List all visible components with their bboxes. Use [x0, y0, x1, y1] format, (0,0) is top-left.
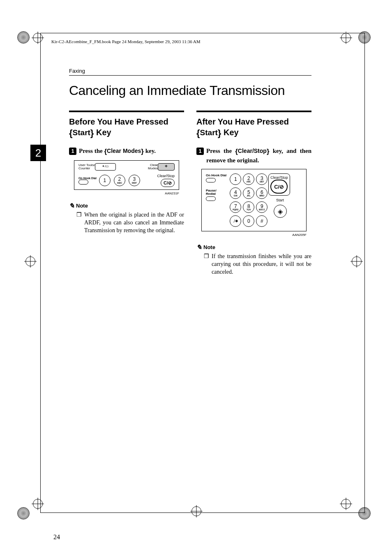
page-content: Faxing Canceling an Immediate Transmissi… [69, 68, 311, 276]
key-9: 9WXYZ [256, 201, 267, 213]
page-number: 24 [53, 533, 60, 541]
heading-text: Key [94, 128, 111, 137]
key-4: 4GHI [230, 187, 241, 199]
note-label: Note [203, 244, 215, 250]
key-8: 8TUV [243, 201, 254, 213]
bracket-open-icon: { [69, 128, 73, 138]
section-header: Faxing [69, 68, 311, 76]
step-1: 1 Press the {Clear Modes} key. [69, 147, 184, 157]
control-panel-illustration-1: User Tools/ Counter ✦/▭ Clear Modes ✥ On… [74, 160, 179, 190]
crop-target-ml [25, 256, 42, 273]
start-button-icon: ◈ [274, 205, 287, 218]
bullet-icon: ❒ [76, 211, 82, 235]
pause-redial-button-icon [206, 196, 216, 201]
note-text: If the transmission finishes while you a… [212, 253, 311, 276]
bracket-open-icon: { [196, 128, 200, 138]
start-key: Start [200, 128, 218, 137]
page-title: Canceling an Immediate Transmission [69, 83, 311, 98]
key-2: 2ABC [243, 173, 254, 185]
on-hook-dial-label: On Hook Dial [78, 177, 97, 180]
clear-stop-key: Clear/Stop [238, 148, 267, 154]
on-hook-dial-label: On Hook Dial [206, 173, 226, 177]
key-1: 1 [99, 175, 111, 186]
heading-text: Before You Have Pressed [69, 117, 168, 126]
heading-text: After You Have Pressed [196, 117, 289, 126]
right-column: After You Have Pressed {Start} Key 1 Pre… [196, 111, 311, 276]
left-column: Before You Have Pressed {Start} Key 1 Pr… [69, 111, 184, 276]
key-5: 5JKL [243, 187, 254, 199]
crop-circle-icon [17, 31, 30, 44]
note-heading: ✎ Note [196, 243, 311, 251]
note-label: Note [76, 203, 88, 209]
note-text: When the original is placed in the ADF o… [84, 211, 184, 235]
user-tools-button-icon: ✦/▭ [95, 163, 116, 171]
chapter-tab: 2 [30, 145, 46, 161]
control-panel-illustration-2: On Hook Dial Pause/ Redial 1 2ABC 3DEF 4… [201, 169, 307, 231]
note-body: ❒ If the transmission finishes while you… [196, 253, 311, 276]
bracket-close-icon: } [267, 148, 270, 155]
bracket-open-icon: { [235, 148, 238, 155]
book-header-info: Kir-C2-AEcombine_F_FM.book Page 24 Monda… [51, 39, 201, 44]
numeric-keys: 1 2ABC 3DEF [99, 175, 140, 186]
illustration-code: AAN205F [196, 233, 307, 237]
note-body: ❒ When the original is placed in the ADF… [69, 211, 184, 235]
left-heading: Before You Have Pressed {Start} Key [69, 116, 184, 139]
key-3: 3DEF [256, 173, 267, 185]
pause-redial-label: Pause/ Redial [206, 189, 226, 196]
key-2: 2ABC [114, 175, 125, 186]
key-1: 1 [230, 173, 241, 185]
clear-modes-key: Clear Modes [107, 148, 141, 154]
illustration-code: AAN231F [69, 192, 179, 195]
rule [69, 111, 184, 112]
on-hook-button-icon [206, 178, 216, 182]
bracket-close-icon: } [141, 148, 144, 155]
clear-modes-button-icon: ✥ [158, 163, 175, 171]
step-number-icon: 1 [196, 148, 204, 155]
note-heading: ✎ Note [69, 202, 184, 210]
crop-circle-icon [17, 507, 30, 519]
user-tools-label: User Tools/ Counter [78, 164, 95, 170]
key-6: 6MNO [256, 187, 267, 199]
right-heading: After You Have Pressed {Start} Key [196, 116, 311, 139]
step-text: Press the {Clear/Stop} key, and then rem… [206, 147, 311, 165]
step-text: Press the {Clear Modes} key. [79, 147, 184, 157]
key-hash: # [256, 215, 267, 227]
numeric-keypad: 1 2ABC 3DEF 4GHI 5JKL 6MNO 7PQRS 8TUV 9W… [230, 173, 267, 227]
clear-stop-button-icon: C/⊘ [161, 179, 175, 187]
start-label: Start [276, 198, 284, 202]
key-0: 0 [243, 215, 254, 227]
step-1: 1 Press the {Clear/Stop} key, and then r… [196, 147, 311, 165]
crop-mark-bl [17, 507, 34, 524]
clear-stop-label: Clear/Stop [143, 174, 175, 178]
step-number-icon: 1 [69, 148, 76, 155]
crop-mark-tl [17, 31, 34, 48]
start-key: Start [73, 128, 90, 137]
clear-stop-label: Clear/Stop [270, 175, 288, 180]
clear-stop-button-icon: C/⊘ [270, 180, 288, 194]
pencil-icon: ✎ [196, 243, 202, 251]
key-7: 7PQRS [230, 201, 241, 213]
bullet-icon: ❒ [204, 253, 209, 276]
key-star: ./✱ [230, 215, 241, 227]
heading-text: Key [221, 128, 238, 137]
pencil-icon: ✎ [69, 202, 74, 210]
on-hook-button-icon [78, 180, 88, 185]
key-3: 3DEF [129, 175, 140, 186]
rule [196, 111, 311, 112]
clear-modes-label: Clear Modes [148, 164, 158, 170]
clear-stop-group: Clear/Stop C/⊘ [268, 173, 290, 196]
crop-target-icon [25, 256, 35, 266]
